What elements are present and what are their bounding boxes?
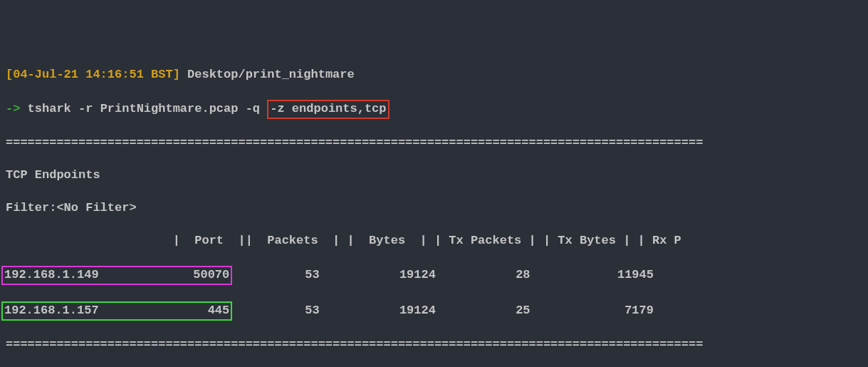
endpoint-row-rest: 53 19124 28 11945 (232, 268, 654, 281)
endpoints-title: TCP Endpoints (6, 167, 862, 184)
endpoints-filter: Filter:<No Filter> (6, 200, 862, 217)
command-text: tshark -r PrintNightmare.pcap -q (28, 102, 268, 115)
highlight-flag-red: -z endpoints,tcp (267, 100, 389, 119)
endpoints-header-rest: Packets | | Bytes | | Tx Packets | | Tx … (253, 234, 681, 247)
separator: ========================================… (6, 135, 862, 152)
separator: ========================================… (6, 337, 862, 353)
endpoints-header-port: | Port || (6, 234, 253, 247)
timestamp: [04-Jul-21 14:16:51 BST] (6, 68, 180, 81)
endpoint-row-rest: 53 19124 25 7179 (232, 304, 654, 317)
prompt-arrow: -> (6, 102, 20, 115)
endpoint-row-green: 192.168.1.157 445 (1, 301, 232, 321)
cwd-path: Desktop/print_nightmare (187, 68, 355, 81)
endpoint-row-magenta: 192.168.1.149 50070 (1, 266, 232, 285)
